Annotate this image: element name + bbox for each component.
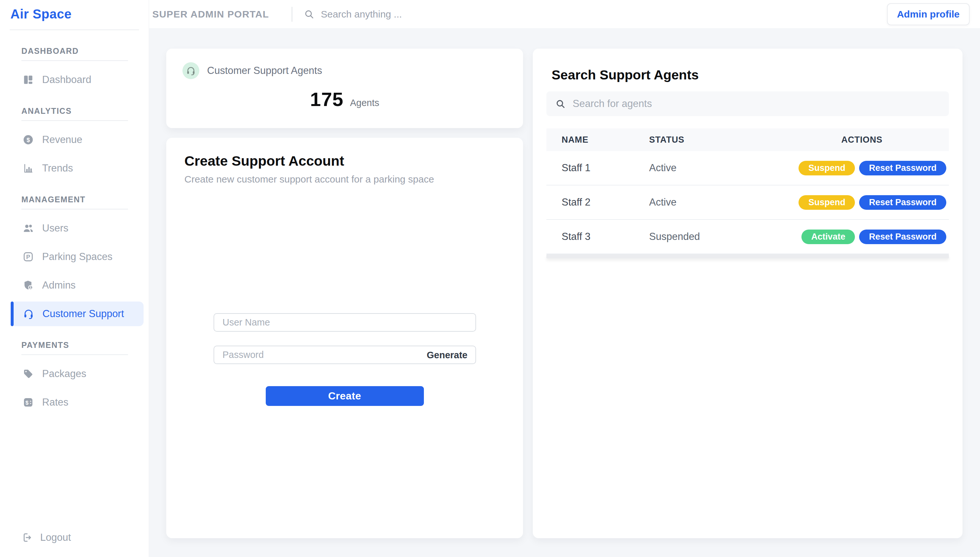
reset-password-button[interactable]: Reset Password <box>859 161 946 175</box>
brand-logo: Air Space <box>0 0 149 28</box>
stats-card-title: Customer Support Agents <box>207 65 322 77</box>
username-field-wrap <box>214 313 476 332</box>
sidebar-item-trends[interactable]: Trends <box>0 154 149 182</box>
create-support-account-card: Create Support Account Create new custom… <box>166 138 523 538</box>
sidebar-item-parking-spaces[interactable]: P Parking Spaces <box>0 243 149 271</box>
section-label-payments: PAYMENTS <box>21 340 128 355</box>
tag-icon <box>23 368 34 379</box>
agent-status: Active <box>649 197 798 208</box>
portal-label: SUPER ADMIN PORTAL <box>152 9 269 20</box>
create-button[interactable]: Create <box>266 386 424 406</box>
left-column: Customer Support Agents 175 Agents Creat… <box>166 49 523 538</box>
logout-label: Logout <box>40 532 71 543</box>
agents-search-box <box>546 91 949 116</box>
sidebar-item-label: Trends <box>42 163 73 174</box>
dollar-circle-icon: $ <box>23 134 34 145</box>
parking-icon: P <box>23 251 34 262</box>
table-bottom-strip <box>546 254 949 258</box>
dashboard-icon <box>23 74 34 85</box>
agents-count-unit: Agents <box>350 98 379 108</box>
agent-status: Suspended <box>649 231 801 243</box>
sidebar-item-label: Parking Spaces <box>42 251 112 262</box>
agent-name: Staff 3 <box>562 231 649 243</box>
sidebar-item-label: Revenue <box>42 134 82 146</box>
create-card-title: Create Support Account <box>184 153 505 169</box>
svg-text:$: $ <box>26 400 29 406</box>
search-icon <box>304 9 314 20</box>
agents-table: NAME STATUS ACTIONS Staff 1 Active Suspe… <box>546 129 949 258</box>
users-icon <box>23 223 34 234</box>
table-row: Staff 1 Active Suspend Reset Password <box>546 151 949 186</box>
search-icon <box>556 99 566 109</box>
nav-section-payments: PAYMENTS Packages $ Rates <box>0 340 149 417</box>
sidebar-item-label: Admins <box>42 280 75 291</box>
search-support-agents-panel: Search Support Agents NAME STATUS ACTION… <box>533 49 962 538</box>
content-area: Customer Support Agents 175 Agents Creat… <box>149 28 980 557</box>
sidebar: Air Space DASHBOARD Dashboard ANALYTICS … <box>0 0 149 557</box>
section-label-analytics: ANALYTICS <box>21 106 128 121</box>
table-row: Staff 3 Suspended Activate Reset Passwor… <box>546 220 949 254</box>
sidebar-item-packages[interactable]: Packages <box>0 360 149 388</box>
bar-chart-icon <box>23 163 34 174</box>
agent-name: Staff 2 <box>562 197 649 208</box>
suspend-button[interactable]: Suspend <box>798 195 855 210</box>
reset-password-button[interactable]: Reset Password <box>859 230 946 244</box>
sidebar-nav: DASHBOARD Dashboard ANALYTICS $ Revenue <box>0 30 149 557</box>
sidebar-item-dashboard[interactable]: Dashboard <box>0 65 149 94</box>
section-label-dashboard: DASHBOARD <box>21 46 128 61</box>
headset-icon <box>186 66 196 75</box>
admin-profile-button[interactable]: Admin profile <box>887 3 970 25</box>
generate-password-button[interactable]: Generate <box>427 350 468 360</box>
agents-panel-title: Search Support Agents <box>546 67 949 83</box>
svg-text:P: P <box>26 254 30 261</box>
password-field-wrap: Generate <box>214 345 476 364</box>
rates-icon: $ <box>23 397 34 408</box>
topbar-divider <box>292 7 292 22</box>
activate-button[interactable]: Activate <box>801 230 855 244</box>
agents-search-input[interactable] <box>573 98 940 109</box>
username-field[interactable] <box>214 313 476 332</box>
sidebar-item-rates[interactable]: $ Rates <box>0 388 149 417</box>
topbar: SUPER ADMIN PORTAL Admin profile <box>149 0 980 28</box>
global-search <box>304 9 887 20</box>
nav-section-management: MANAGEMENT Users P Parking Spaces Admins <box>0 195 149 328</box>
support-agents-stats-card: Customer Support Agents 175 Agents <box>166 49 523 128</box>
sidebar-item-label: Dashboard <box>42 74 91 86</box>
app-root: Air Space DASHBOARD Dashboard ANALYTICS … <box>0 0 980 557</box>
logout-button[interactable]: Logout <box>0 528 149 547</box>
reset-password-button[interactable]: Reset Password <box>859 195 946 210</box>
global-search-input[interactable] <box>321 9 515 20</box>
table-header-row: NAME STATUS ACTIONS <box>546 129 949 151</box>
logout-icon <box>21 532 33 543</box>
column-header-status: STATUS <box>649 135 841 145</box>
main-column: SUPER ADMIN PORTAL Admin profile Custome… <box>149 0 980 557</box>
admin-shield-icon <box>23 280 34 291</box>
column-header-actions: ACTIONS <box>841 135 949 145</box>
section-label-management: MANAGEMENT <box>21 195 128 209</box>
agents-count: 175 <box>310 88 343 111</box>
table-row: Staff 2 Active Suspend Reset Password <box>546 186 949 220</box>
sidebar-item-customer-support[interactable]: Customer Support <box>11 301 143 326</box>
sidebar-item-admins[interactable]: Admins <box>0 271 149 300</box>
svg-text:$: $ <box>26 137 30 143</box>
suspend-button[interactable]: Suspend <box>798 161 855 175</box>
stats-icon-circle <box>182 62 199 79</box>
sidebar-item-label: Packages <box>42 368 86 379</box>
headset-icon <box>23 308 34 319</box>
agent-name: Staff 1 <box>562 162 649 174</box>
sidebar-item-label: Users <box>42 222 68 234</box>
nav-section-dashboard: DASHBOARD Dashboard <box>0 46 149 94</box>
sidebar-item-label: Customer Support <box>42 308 124 320</box>
nav-section-analytics: ANALYTICS $ Revenue Trends <box>0 106 149 182</box>
agent-status: Active <box>649 162 798 174</box>
sidebar-item-users[interactable]: Users <box>0 214 149 243</box>
sidebar-item-revenue[interactable]: $ Revenue <box>0 125 149 154</box>
create-card-subtitle: Create new customer support account for … <box>184 174 505 185</box>
column-header-name: NAME <box>562 135 649 145</box>
sidebar-item-label: Rates <box>42 396 68 408</box>
